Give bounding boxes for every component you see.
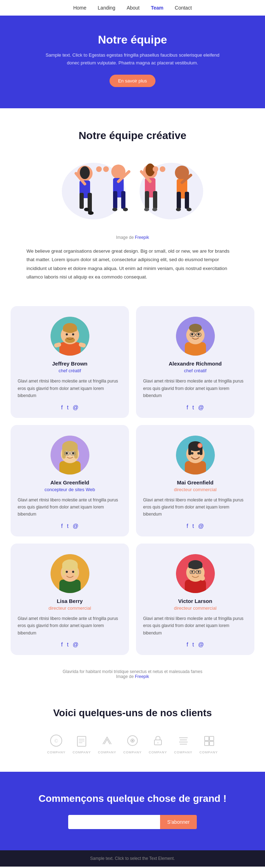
svg-rect-99 xyxy=(77,736,86,746)
footer: Sample text. Click to select the Text El… xyxy=(0,850,265,867)
client-icon-6 xyxy=(176,733,191,748)
svg-rect-5 xyxy=(80,193,84,209)
svg-point-66 xyxy=(67,459,73,463)
client-icon-4 xyxy=(125,733,140,748)
svg-point-43 xyxy=(72,333,74,335)
member-name-lisa: Lisa Berry xyxy=(18,598,122,604)
avatar-lisa xyxy=(51,554,89,593)
svg-point-49 xyxy=(189,324,202,332)
svg-rect-113 xyxy=(205,741,209,746)
svg-point-30 xyxy=(112,208,117,211)
svg-point-32 xyxy=(144,208,149,211)
twitter-icon-alexandre[interactable]: t xyxy=(192,404,194,411)
svg-point-50 xyxy=(191,333,193,335)
svg-text:©: © xyxy=(54,738,58,744)
twitter-icon-alex[interactable]: t xyxy=(67,523,68,529)
client-logo-2: COMPANY xyxy=(72,733,91,754)
nav-about[interactable]: About xyxy=(126,5,140,11)
client-label-7: COMPANY xyxy=(200,751,218,754)
team-illustration xyxy=(51,152,214,231)
avatar-alexandre xyxy=(176,317,215,356)
cta-form: S'abonner xyxy=(14,815,251,829)
cta-subscribe-button[interactable]: S'abonner xyxy=(160,815,196,829)
clients-section: Voici quelques-uns de nos clients © COMP… xyxy=(0,686,265,772)
team-footer-text: Glavrida for habitant morbi tristique se… xyxy=(0,666,265,686)
client-logo-6: COMPANY xyxy=(174,733,193,754)
avatar-mai xyxy=(176,436,215,475)
cta-title: Commençons quelque chose de grand ! xyxy=(14,793,251,804)
member-desc-alex: Glavi amet ritnisi libero molestie ante … xyxy=(18,496,122,518)
facebook-icon-jeffrey[interactable]: f xyxy=(61,404,63,411)
cta-section: Commençons quelque chose de grand ! S'ab… xyxy=(0,772,265,850)
instagram-icon-lisa[interactable]: @ xyxy=(73,642,78,648)
nav-team[interactable]: Team xyxy=(151,5,164,11)
client-icon-2 xyxy=(74,733,89,748)
social-icons-victor: f t @ xyxy=(143,642,247,648)
member-role-alexandre: chef créatif xyxy=(143,368,247,373)
svg-point-93 xyxy=(191,571,193,573)
hero-description: Sample text. Click to Egestas egestas fr… xyxy=(42,51,223,67)
svg-point-84 xyxy=(72,571,74,573)
avatar-jeffrey xyxy=(51,317,89,356)
member-role-victor: directeur commercial xyxy=(143,605,247,611)
nav-landing[interactable]: Landing xyxy=(98,5,116,11)
member-desc-jeffrey: Glavi amet ritnisi libero molestie ante … xyxy=(18,378,122,399)
image-credit: Image de Freepik xyxy=(14,235,251,240)
svg-point-31 xyxy=(123,208,128,211)
twitter-icon-victor[interactable]: t xyxy=(192,642,194,648)
svg-point-35 xyxy=(187,208,192,211)
svg-point-74 xyxy=(199,444,201,447)
social-icons-lisa: f t @ xyxy=(18,642,122,648)
member-name-mai: Mai Greenfield xyxy=(143,479,247,485)
nav-contact[interactable]: Contact xyxy=(175,5,192,11)
client-icon-7 xyxy=(201,733,217,748)
twitter-icon-jeffrey[interactable]: t xyxy=(67,404,68,411)
hero-button[interactable]: En savoir plus xyxy=(110,75,155,87)
instagram-icon-jeffrey[interactable]: @ xyxy=(73,404,78,411)
hero-section: Notre équipe Sample text. Click to Egest… xyxy=(0,16,265,108)
svg-point-22 xyxy=(160,166,165,172)
svg-point-34 xyxy=(176,208,181,211)
svg-point-83 xyxy=(66,571,68,573)
facebook-icon-victor[interactable]: f xyxy=(187,642,188,648)
facebook-icon-lisa[interactable]: f xyxy=(61,642,63,648)
svg-point-33 xyxy=(152,208,157,211)
freepik-link-bottom[interactable]: Freepik xyxy=(135,674,149,679)
member-desc-lisa: Glavi amet ritnisi libero molestie ante … xyxy=(18,615,122,637)
clients-logos-row: © COMPANY COMPANY xyxy=(14,733,251,754)
svg-rect-60 xyxy=(74,446,78,459)
cta-email-input[interactable] xyxy=(68,815,160,829)
member-role-mai: directeur commercial xyxy=(143,487,247,492)
facebook-icon-alex[interactable]: f xyxy=(61,523,63,529)
instagram-icon-alex[interactable]: @ xyxy=(73,523,78,529)
svg-point-3 xyxy=(80,166,90,179)
facebook-icon-alexandre[interactable]: f xyxy=(187,404,188,411)
team-section-title: Notre équipe créative xyxy=(14,130,251,142)
facebook-icon-mai[interactable]: f xyxy=(187,523,188,529)
client-label-5: COMPANY xyxy=(149,751,167,754)
clients-title: Voici quelques-uns de nos clients xyxy=(14,707,251,719)
svg-rect-40 xyxy=(63,328,77,332)
svg-rect-71 xyxy=(188,446,191,455)
svg-point-42 xyxy=(66,333,68,335)
twitter-icon-lisa[interactable]: t xyxy=(67,642,68,648)
twitter-icon-mai[interactable]: t xyxy=(192,523,194,529)
svg-point-51 xyxy=(198,333,200,335)
instagram-icon-mai[interactable]: @ xyxy=(198,523,204,529)
svg-rect-26 xyxy=(185,192,189,209)
hero-title: Notre équipe xyxy=(42,33,223,46)
svg-point-76 xyxy=(197,452,200,454)
svg-point-21 xyxy=(153,166,158,172)
client-logo-3: COMPANY xyxy=(98,733,116,754)
instagram-icon-victor[interactable]: @ xyxy=(198,642,204,648)
instagram-icon-alexandre[interactable]: @ xyxy=(198,404,204,411)
client-logo-4: COMPANY xyxy=(123,733,142,754)
svg-point-13 xyxy=(96,166,102,172)
freepik-link-top[interactable]: Freepik xyxy=(135,235,149,240)
member-name-victor: Victor Larson xyxy=(143,598,247,604)
team-card-mai: Mai Greenfield directeur commercial Glav… xyxy=(136,425,254,536)
nav-home[interactable]: Home xyxy=(73,5,86,11)
team-description: We believe great organisations deserve g… xyxy=(19,247,246,281)
avatar-alex xyxy=(51,436,89,475)
social-icons-alex: f t @ xyxy=(18,523,122,529)
